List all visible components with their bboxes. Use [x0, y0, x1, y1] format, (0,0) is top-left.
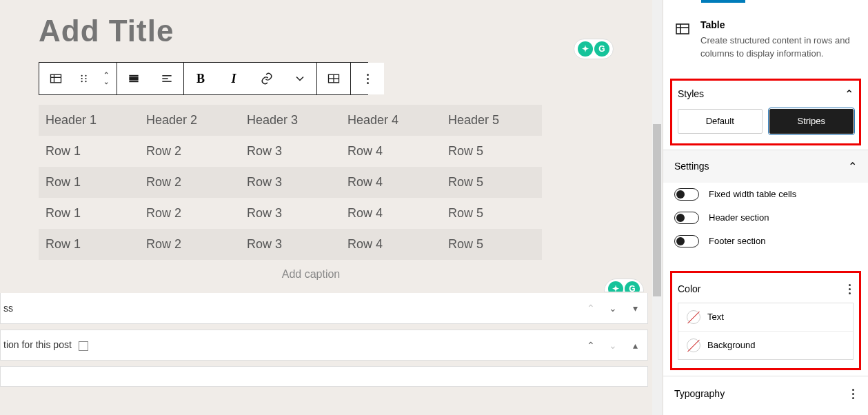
chevron-down-icon[interactable]: ⌄	[607, 303, 618, 314]
table-row[interactable]: Row 1Row 2Row 3Row 4Row 5	[39, 136, 542, 167]
block-title: Table	[700, 19, 857, 30]
checkbox[interactable]	[79, 341, 88, 351]
panel-title: Color	[678, 283, 700, 294]
scrollbar[interactable]	[652, 0, 662, 415]
editor-canvas: Add Title ⌃ ⌄	[0, 0, 648, 415]
style-default-button[interactable]: Default	[678, 109, 763, 134]
toggle-label: Footer section	[709, 236, 765, 246]
chevron-up-icon: ⌃	[848, 160, 857, 173]
drag-handle-icon[interactable]	[72, 63, 96, 94]
color-label: Background	[707, 340, 755, 350]
edit-table-icon[interactable]	[317, 63, 350, 94]
table-row[interactable]: Row 1Row 2Row 3Row 4Row 5	[39, 229, 542, 260]
text-align-icon[interactable]	[150, 63, 183, 94]
color-swatch-none-icon	[687, 338, 700, 352]
style-stripes-button[interactable]: Stripes	[769, 109, 854, 134]
background-color-button[interactable]: Background	[678, 332, 853, 359]
settings-sidebar: Table Create structured content in rows …	[663, 0, 868, 415]
svg-point-7	[85, 78, 86, 79]
toggle-label: Fixed width table cells	[709, 189, 796, 199]
svg-rect-18	[676, 24, 689, 34]
table-header-cell[interactable]: Header 4	[341, 105, 441, 136]
table-icon	[674, 21, 691, 37]
svg-point-8	[85, 81, 86, 82]
more-rich-text-icon[interactable]	[283, 63, 316, 94]
color-panel-highlight: Color Text Background	[670, 271, 861, 370]
settings-panel-toggle[interactable]: Settings ⌃	[663, 150, 868, 183]
metabox-row[interactable]	[0, 366, 648, 387]
block-card: Table Create structured content in rows …	[663, 0, 868, 74]
svg-point-3	[81, 75, 83, 77]
table-header-cell[interactable]: Header 5	[441, 105, 542, 136]
svg-point-6	[85, 75, 86, 77]
italic-button[interactable]: I	[217, 63, 250, 94]
bold-button[interactable]: B	[184, 63, 217, 94]
grammarly-add-icon[interactable]: ✦	[578, 41, 593, 57]
metabox-row[interactable]: tion for this post ⌃ ⌄ ▴	[0, 330, 648, 361]
options-button[interactable]	[351, 63, 384, 94]
color-options-button[interactable]	[846, 281, 854, 297]
color-label: Text	[707, 312, 724, 322]
grammarly-add-icon[interactable]: ✦	[608, 281, 623, 292]
panel-title: Settings	[674, 161, 709, 172]
toggle-label: Header section	[709, 212, 769, 223]
block-type-table-icon[interactable]	[39, 63, 72, 94]
chevron-up-icon[interactable]: ⌃	[585, 340, 596, 351]
fixed-width-toggle[interactable]	[674, 188, 699, 201]
grammarly-widget[interactable]: ✦ G	[574, 39, 614, 59]
svg-point-5	[81, 81, 83, 82]
link-button[interactable]	[250, 63, 283, 94]
typography-panel-toggle[interactable]: Typography	[663, 376, 868, 412]
block-toolbar: ⌃ ⌄ B I	[39, 62, 368, 95]
typography-panel: Typography	[663, 376, 868, 412]
block-description: Create structured content in rows and co…	[700, 34, 857, 61]
table-row[interactable]: Row 1Row 2Row 3Row 4Row 5	[39, 198, 542, 229]
color-swatch-none-icon	[687, 310, 700, 324]
panel-title: Styles	[678, 88, 704, 99]
svg-point-4	[81, 78, 83, 79]
header-section-toggle[interactable]	[674, 212, 699, 224]
footer-section-toggle[interactable]	[674, 235, 699, 247]
triangle-up-icon[interactable]: ▴	[629, 340, 640, 351]
table-block[interactable]: Header 1 Header 2 Header 3 Header 4 Head…	[39, 105, 542, 260]
grammarly-status-icon[interactable]: G	[594, 41, 609, 57]
active-tab-indicator	[701, 0, 745, 3]
table-header-cell[interactable]: Header 3	[240, 105, 341, 136]
color-panel-toggle[interactable]: Color	[672, 273, 859, 303]
grammarly-widget[interactable]: ✦ G	[604, 279, 644, 292]
chevron-down-icon[interactable]: ⌄	[607, 340, 618, 351]
metabox-label: ss	[1, 303, 13, 314]
chevron-up-icon: ⌃	[845, 88, 854, 101]
table-header-cell[interactable]: Header 2	[139, 105, 240, 136]
table-caption-input[interactable]: Add caption	[39, 263, 583, 286]
triangle-down-icon[interactable]: ▾	[629, 303, 640, 314]
metabox-row[interactable]: ss ⌃ ⌄ ▾	[0, 293, 648, 324]
styles-panel-highlight: Styles ⌃ Default Stripes	[670, 79, 861, 145]
table-header-cell[interactable]: Header 1	[39, 105, 139, 136]
settings-panel: Settings ⌃ Fixed width table cells Heade…	[663, 150, 868, 265]
block-mover[interactable]: ⌃ ⌄	[96, 63, 117, 94]
panel-title: Typography	[674, 388, 725, 399]
metabox-label: tion for this post	[1, 339, 88, 350]
move-down-icon[interactable]: ⌄	[103, 79, 109, 85]
text-color-button[interactable]: Text	[678, 303, 853, 332]
table-row[interactable]: Row 1Row 2Row 3Row 4Row 5	[39, 167, 542, 198]
post-title-input[interactable]: Add Title	[39, 14, 583, 48]
table-header-row[interactable]: Header 1 Header 2 Header 3 Header 4 Head…	[39, 105, 542, 136]
svg-rect-0	[51, 74, 61, 83]
align-icon[interactable]	[117, 63, 150, 94]
chevron-up-icon[interactable]: ⌃	[585, 303, 596, 314]
grammarly-status-icon[interactable]: G	[625, 281, 640, 292]
styles-panel-toggle[interactable]: Styles ⌃	[672, 81, 859, 105]
typography-options-button[interactable]	[849, 386, 857, 402]
